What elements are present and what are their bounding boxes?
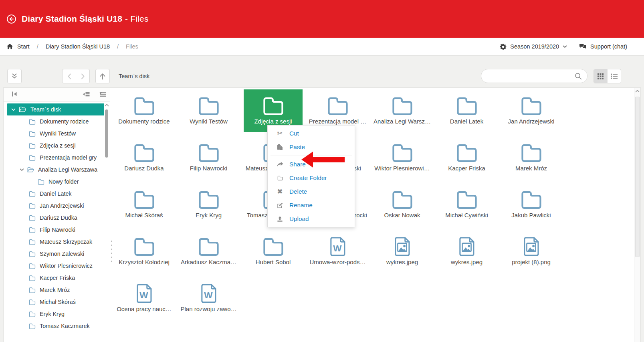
breadcrumb-bar: Start / Diary Stadion Śląski U18 / Files… (0, 38, 644, 56)
support-chat-button[interactable]: Support (chat) (579, 43, 627, 50)
file-item[interactable]: Oskar Nowak (370, 183, 434, 230)
tree-item[interactable]: Filip Nawrocki (4, 224, 110, 236)
file-item[interactable]: Michał Skóraś (112, 183, 176, 230)
list-view-button[interactable] (607, 69, 621, 83)
file-item[interactable]: Arkadiusz Kaczma… (176, 230, 241, 277)
menu-item-share[interactable]: Share (268, 158, 355, 171)
tree-item-label: Jan Andrzejewski (40, 202, 84, 209)
file-item[interactable]: Kacper Friska (434, 136, 499, 183)
file-item[interactable]: wykres.jpeg (370, 230, 434, 277)
file-item-label: wykres.jpeg (386, 259, 418, 265)
menu-item-cut[interactable]: ✂ Cut (268, 127, 355, 140)
menu-item-rename[interactable]: Rename (268, 198, 355, 212)
menu-item-label: Create Folder (289, 174, 327, 182)
tree-collapse-icon[interactable] (82, 91, 90, 97)
tree-item[interactable]: Dokumenty rodzice (4, 115, 110, 127)
expand-all-button[interactable] (7, 69, 22, 83)
sidebar-scrollbar-thumb[interactable] (105, 109, 108, 158)
collapse-panel-icon[interactable] (12, 91, 17, 97)
file-item[interactable]: Marek Mróz (499, 136, 563, 183)
chevron-down-icon (563, 45, 567, 48)
menu-item-label: Delete (289, 188, 307, 195)
file-item-label: Daniel Latek (450, 118, 483, 125)
file-item[interactable]: Dariusz Dudka (112, 136, 176, 183)
menu-item-label: Rename (289, 202, 313, 209)
tree-item[interactable]: Zdjęcia z sesji (4, 140, 110, 152)
file-item-label: Zdjęcia z sesji (254, 118, 292, 125)
search-icon[interactable] (575, 73, 582, 80)
file-item[interactable]: Ocena pracy nauc… (112, 277, 176, 324)
sidebar-scrollbar[interactable] (104, 102, 109, 342)
file-item-label: Dokumenty rodzice (118, 118, 170, 125)
file-item[interactable]: Umowa-wzor-pods… (305, 230, 370, 277)
file-item[interactable]: Krzysztof Kołodziej (112, 230, 176, 277)
file-item[interactable]: wykres.jpeg (434, 230, 499, 277)
main-scrollbar-thumb[interactable] (635, 97, 640, 257)
splitter-handle[interactable] (111, 241, 112, 262)
word-doc-icon (135, 283, 153, 304)
back-button[interactable] (63, 69, 76, 83)
search-input[interactable] (487, 73, 575, 80)
file-item[interactable]: Jan Andrzejewski (499, 89, 563, 136)
tree-expand-icon[interactable] (98, 91, 106, 97)
tree-item[interactable]: Kacper Friska (4, 272, 110, 284)
file-item[interactable]: projekt (8).png (499, 230, 563, 277)
grid-view-button[interactable] (594, 69, 607, 83)
list-view-icon (611, 73, 618, 79)
support-label: Support (chat) (590, 43, 627, 50)
tree-item[interactable]: Dariusz Dudka (4, 212, 110, 224)
tree-item[interactable]: Mateusz Skrzypczak (4, 236, 110, 248)
file-item[interactable]: Wyniki Testów (176, 89, 241, 136)
file-item[interactable]: Plan rozwoju zawo… (176, 277, 241, 324)
forward-button[interactable] (76, 69, 89, 83)
tree-item[interactable]: Nowy folder (4, 176, 110, 188)
rename-pencil-icon (276, 202, 284, 208)
file-item[interactable]: Jakub Pawlicki (499, 183, 563, 230)
menu-item-label: Upload (289, 215, 309, 223)
tree-item[interactable]: Tomasz Kaczmarek (4, 320, 110, 332)
file-item[interactable]: Filip Nawrocki (176, 136, 241, 183)
double-chevron-down-icon (11, 73, 18, 79)
chevron-down-icon[interactable] (11, 108, 16, 111)
tree-item-label: Tomasz Kaczmarek (40, 323, 90, 329)
app-header: Diary Stadion Śląski U18- Files (0, 0, 644, 38)
up-button[interactable] (95, 69, 110, 83)
menu-item-upload[interactable]: Upload (268, 212, 355, 226)
file-item[interactable]: Wiktor Plesnierowi… (370, 136, 434, 183)
arrow-left-circle-icon[interactable] (6, 14, 16, 24)
file-item[interactable]: Analiza Legi Warsz… (370, 89, 434, 136)
season-selector[interactable]: Season 2019/2020 (500, 43, 567, 50)
menu-item-create-folder[interactable]: Create Folder (268, 171, 355, 185)
breadcrumb-item-diary[interactable]: Diary Stadion Śląski U18 (46, 43, 110, 50)
tree-item[interactable]: Eryk Kryg (4, 308, 110, 320)
tree-item[interactable]: Marek Mróz (4, 284, 110, 296)
file-item-label: Hubert Sobol (256, 259, 291, 265)
tree-item[interactable]: Prezentacja model gry (4, 152, 110, 164)
tree-item[interactable]: Jan Andrzejewski (4, 200, 110, 212)
image-file-icon (522, 236, 540, 257)
main-scrollbar[interactable] (634, 88, 640, 342)
tree-item[interactable]: Wyniki Testów (4, 127, 110, 140)
chevron-down-icon[interactable] (20, 168, 24, 171)
tree-item[interactable]: Michał Skóraś (4, 296, 110, 308)
file-item[interactable]: Hubert Sobol (241, 230, 305, 277)
file-item[interactable]: Dokumenty rodzice (112, 89, 176, 136)
tree-root-teams-disk[interactable]: Team`s disk (7, 103, 104, 115)
file-item[interactable]: Daniel Latek (434, 89, 499, 136)
tree-item-label: Marek Mróz (40, 287, 70, 293)
tree-item[interactable]: Daniel Latek (4, 188, 110, 200)
file-item-label: Michał Cywiński (445, 212, 488, 219)
file-item[interactable]: Eryk Kryg (176, 183, 241, 230)
breadcrumb-item-start[interactable]: Start (17, 43, 30, 50)
file-item[interactable]: Michał Cywiński (434, 183, 499, 230)
tree-item-expanded[interactable]: Analiza Legi Warszawa (4, 164, 110, 176)
folder-tree: Team`s disk Dokumenty rodzice Wyniki Tes… (4, 103, 110, 332)
tree-item[interactable]: Szymon Zalewski (4, 248, 110, 260)
tree-item-label: Wyniki Testów (40, 130, 76, 137)
tree-item[interactable]: Wiktor Plesnierowicz (4, 260, 110, 272)
home-icon[interactable] (6, 43, 13, 50)
file-item-label: Kacper Friska (448, 165, 485, 172)
menu-item-paste[interactable]: Paste (268, 140, 355, 154)
menu-item-delete[interactable]: ✖ Delete (268, 185, 355, 198)
file-item-label: wykres.jpeg (451, 259, 482, 265)
